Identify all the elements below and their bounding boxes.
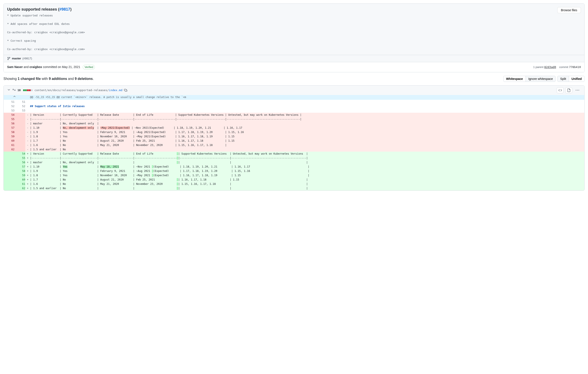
verified-badge[interactable]: Verified bbox=[83, 65, 95, 70]
diff-line-added: 58+| 1.9 | Yes | February 9, 2021 | ~Aug… bbox=[4, 169, 584, 173]
line-num-new[interactable]: 53 bbox=[14, 108, 25, 113]
intra-add bbox=[152, 174, 153, 177]
copy-path-button[interactable] bbox=[124, 88, 127, 92]
line-num-new[interactable]: 55 bbox=[14, 156, 25, 160]
diffstat-neutral-square bbox=[31, 89, 33, 91]
deletions-count: 9 deletions bbox=[75, 77, 93, 81]
hunk-header-row: @@ -51,15 +51,15 @@ current `<minor>` re… bbox=[4, 95, 584, 100]
diff-line: 5252## Support status of Istio releases bbox=[4, 104, 584, 108]
unified-view-button[interactable]: Unified bbox=[569, 76, 585, 82]
line-num-old[interactable]: 52 bbox=[4, 104, 14, 108]
diff-line-added: 57+| 1.10 | Yes | May 18, 2021 | ~Nov 20… bbox=[4, 165, 584, 169]
line-num-new[interactable]: 62 bbox=[14, 186, 25, 190]
browse-files-button[interactable]: Browse files bbox=[557, 7, 581, 13]
view-source-button[interactable] bbox=[557, 87, 564, 93]
line-num-old[interactable]: 54 bbox=[4, 113, 14, 117]
commit-body: * Update supported releases * Add spaces… bbox=[7, 13, 581, 52]
parent-sha-link[interactable]: 82d3ad0 bbox=[544, 65, 556, 69]
code-cell: | 1.6 | No | May 21, 2020 | November 23,… bbox=[30, 182, 584, 186]
diff-summary: Showing 1 changed file with 9 additions … bbox=[3, 77, 94, 81]
line-num-new[interactable]: 59 bbox=[14, 173, 25, 177]
diff-line-deleted: 62-| 1.5 and earlier | No bbox=[4, 147, 584, 152]
line-num-old[interactable]: 60 bbox=[4, 139, 14, 143]
diff-table: @@ -51,15 +51,15 @@ current `<minor>` re… bbox=[4, 95, 584, 190]
collapse-file-toggle[interactable] bbox=[7, 88, 10, 92]
branch-row: master (#9817) bbox=[4, 55, 584, 62]
committed-date: committed on May 21, 2021 bbox=[42, 65, 80, 69]
line-num-new[interactable]: 56 bbox=[14, 160, 25, 165]
commit-title: Update supported releases (#9817) bbox=[7, 7, 581, 12]
line-num-old[interactable]: 53 bbox=[4, 108, 14, 113]
whitespace-button[interactable]: Whitespace bbox=[503, 76, 526, 82]
git-branch-icon bbox=[7, 57, 10, 60]
author-link-1[interactable]: Sam Naser bbox=[7, 65, 23, 69]
line-num-new[interactable]: 58 bbox=[14, 169, 25, 173]
diff-line-deleted: 61-| 1.6 | No | May 21, 2020 | November … bbox=[4, 143, 584, 147]
line-num-new[interactable]: 57 bbox=[14, 165, 25, 169]
file-path-name[interactable]: index.md bbox=[109, 89, 123, 92]
parent-label: 1 parent bbox=[533, 65, 544, 69]
intra-add bbox=[152, 169, 153, 173]
diff-line-deleted: 54-| Version | Currently Supported | Rel… bbox=[4, 113, 584, 117]
code-cell: | 1.9 | Yes | February 9, 2021 | ~Aug 20… bbox=[30, 130, 584, 134]
intra-add: May 18, 2021 bbox=[100, 165, 119, 168]
line-num-new[interactable]: 54 bbox=[14, 152, 25, 156]
summary-period: . bbox=[93, 77, 94, 81]
split-view-button[interactable]: Split bbox=[557, 76, 569, 82]
diff-line-deleted: 57-| 1.10 | No, development only | ~May … bbox=[4, 126, 584, 130]
code-cell: | 1.7 | No | August 21, 2020 | Feb 25, 2… bbox=[30, 177, 584, 182]
code-cell: ## Support status of Istio releases bbox=[30, 104, 584, 108]
diff-line-added: 54+| Version | Currently Supported | Rel… bbox=[4, 152, 584, 156]
expand-hunk-button[interactable] bbox=[4, 95, 25, 100]
diffstat-add-square bbox=[23, 89, 25, 91]
file-path[interactable]: content/en/docs/releases/supported-relea… bbox=[34, 89, 122, 92]
line-num-old[interactable]: 58 bbox=[4, 130, 14, 134]
diff-line-deleted: 58-| 1.9 | Yes | February 9, 2021 | ~Aug… bbox=[4, 130, 584, 134]
diff-line-added: 61+| 1.6 | No | May 21, 2020 | November … bbox=[4, 182, 584, 186]
commit-box: Browse files Update supported releases (… bbox=[3, 3, 585, 72]
commit-title-suffix: ) bbox=[70, 7, 72, 11]
diff-line-deleted: 55-|------------------|-----------------… bbox=[4, 117, 584, 121]
line-num-old[interactable]: 59 bbox=[4, 134, 14, 139]
code-cell bbox=[30, 100, 584, 104]
code-cell: |------------------|--------------------… bbox=[30, 156, 584, 160]
commit-title-text: Update supported releases ( bbox=[7, 7, 59, 11]
code-cell: |------------------|--------------------… bbox=[30, 117, 584, 121]
branch-name-link[interactable]: master bbox=[12, 57, 21, 60]
expand-all-icon[interactable] bbox=[12, 88, 16, 92]
additions-count: 9 additions bbox=[49, 77, 67, 81]
code-cell bbox=[30, 108, 584, 113]
code-cell: | Version | Currently Supported | Releas… bbox=[30, 113, 584, 117]
intra-del: No, development only bbox=[63, 126, 94, 129]
line-num-new[interactable]: 52 bbox=[14, 104, 25, 108]
code-cell: | 1.10 | No, development only | ~May 202… bbox=[30, 126, 584, 130]
pr-link[interactable]: #9817 bbox=[59, 7, 70, 11]
line-num-old[interactable]: 55 bbox=[4, 117, 14, 121]
view-file-button[interactable] bbox=[565, 87, 572, 93]
author-link-2[interactable]: craigbox bbox=[30, 65, 42, 69]
code-cell: | 1.8 | Yes | November 10, 2020 | ~May 2… bbox=[30, 173, 584, 177]
line-num-old[interactable]: 57 bbox=[4, 126, 14, 130]
branch-pr-ref[interactable]: (#9817) bbox=[22, 57, 32, 60]
line-num-new[interactable]: 61 bbox=[14, 182, 25, 186]
line-num-old[interactable]: 51 bbox=[4, 100, 14, 104]
intra-del: ~May 2021(Expected) bbox=[100, 126, 130, 129]
diff-line: 5353 bbox=[4, 108, 584, 113]
diff-line-deleted: 60-| 1.7 | No | August 21, 2020 | Feb 25… bbox=[4, 139, 584, 143]
ignore-whitespace-button[interactable]: Ignore whitespace bbox=[525, 76, 556, 82]
line-num-old[interactable]: 62 bbox=[4, 147, 14, 152]
commit-meta-row: Sam Naser and craigbox committed on May … bbox=[4, 62, 584, 72]
line-num-old[interactable]: 56 bbox=[4, 121, 14, 126]
commit-shas: 1 parent 82d3ad0 commit 778b410 bbox=[533, 65, 581, 69]
file-menu-button[interactable] bbox=[574, 87, 581, 93]
line-num-old[interactable]: 61 bbox=[4, 143, 14, 147]
file-diff: 18 content/en/docs/releases/supported-re… bbox=[3, 85, 585, 191]
diff-line-added: 60+| 1.7 | No | August 21, 2020 | Feb 25… bbox=[4, 177, 584, 182]
diff-toolbar: Showing 1 changed file with 9 additions … bbox=[3, 76, 585, 82]
line-num-new[interactable]: 51 bbox=[14, 100, 25, 104]
code-cell: | 1.8 | Yes | November 10, 2020 | ~May 2… bbox=[30, 134, 584, 139]
summary-with: with bbox=[41, 77, 49, 81]
changed-files-count[interactable]: 1 changed file bbox=[18, 77, 41, 81]
line-num-new[interactable]: 60 bbox=[14, 177, 25, 182]
diffstat-count[interactable]: 18 bbox=[18, 89, 21, 92]
